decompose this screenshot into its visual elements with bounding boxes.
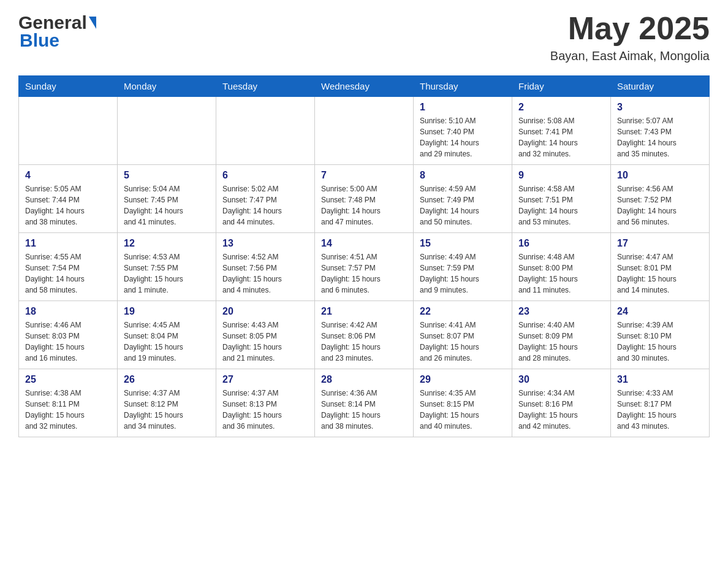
day-number: 17: [617, 238, 703, 249]
day-of-week-header: Saturday: [611, 76, 710, 97]
day-number: 16: [518, 238, 604, 249]
calendar-day-cell: 3Sunrise: 5:07 AM Sunset: 7:43 PM Daylig…: [611, 97, 710, 165]
day-number: 30: [518, 374, 604, 385]
day-of-week-header: Tuesday: [216, 76, 315, 97]
day-number: 21: [321, 306, 407, 317]
calendar-day-cell: [19, 97, 118, 165]
day-info: Sunrise: 4:58 AM Sunset: 7:51 PM Dayligh…: [518, 183, 604, 228]
day-number: 7: [321, 170, 407, 181]
calendar-day-cell: 19Sunrise: 4:45 AM Sunset: 8:04 PM Dayli…: [118, 301, 216, 369]
day-of-week-header: Monday: [118, 76, 216, 97]
day-number: 1: [420, 102, 506, 113]
calendar-day-cell: 28Sunrise: 4:36 AM Sunset: 8:14 PM Dayli…: [315, 369, 414, 437]
day-info: Sunrise: 4:41 AM Sunset: 8:07 PM Dayligh…: [420, 320, 506, 364]
day-of-week-header: Wednesday: [315, 76, 414, 97]
calendar-day-cell: 13Sunrise: 4:52 AM Sunset: 7:56 PM Dayli…: [216, 233, 315, 301]
day-info: Sunrise: 4:40 AM Sunset: 8:09 PM Dayligh…: [518, 320, 604, 364]
day-number: 13: [222, 238, 308, 249]
day-number: 9: [518, 170, 604, 181]
day-number: 18: [25, 306, 111, 317]
day-info: Sunrise: 4:56 AM Sunset: 7:52 PM Dayligh…: [617, 183, 703, 228]
day-info: Sunrise: 4:52 AM Sunset: 7:56 PM Dayligh…: [222, 251, 308, 296]
day-info: Sunrise: 4:59 AM Sunset: 7:49 PM Dayligh…: [420, 183, 506, 228]
logo: General Blue: [18, 12, 96, 51]
calendar-day-cell: 17Sunrise: 4:47 AM Sunset: 8:01 PM Dayli…: [611, 233, 710, 301]
calendar-day-cell: 12Sunrise: 4:53 AM Sunset: 7:55 PM Dayli…: [118, 233, 216, 301]
day-info: Sunrise: 4:33 AM Sunset: 8:17 PM Dayligh…: [617, 388, 703, 432]
calendar-day-cell: [216, 97, 315, 165]
day-of-week-header: Sunday: [19, 76, 118, 97]
calendar-day-cell: 22Sunrise: 4:41 AM Sunset: 8:07 PM Dayli…: [414, 301, 512, 369]
day-info: Sunrise: 5:02 AM Sunset: 7:47 PM Dayligh…: [222, 183, 308, 228]
title-block: May 2025 Bayan, East Aimak, Mongolia: [550, 12, 710, 63]
calendar-table: SundayMondayTuesdayWednesdayThursdayFrid…: [18, 75, 710, 437]
calendar-header-row: SundayMondayTuesdayWednesdayThursdayFrid…: [19, 76, 710, 97]
day-number: 14: [321, 238, 407, 249]
day-of-week-header: Friday: [512, 76, 611, 97]
month-year-title: May 2025: [550, 12, 710, 44]
day-number: 11: [25, 238, 111, 249]
calendar-day-cell: [118, 97, 216, 165]
day-info: Sunrise: 5:00 AM Sunset: 7:48 PM Dayligh…: [321, 183, 407, 228]
calendar-day-cell: 16Sunrise: 4:48 AM Sunset: 8:00 PM Dayli…: [512, 233, 611, 301]
calendar-day-cell: 29Sunrise: 4:35 AM Sunset: 8:15 PM Dayli…: [414, 369, 512, 437]
calendar-day-cell: 4Sunrise: 5:05 AM Sunset: 7:44 PM Daylig…: [19, 165, 118, 233]
day-of-week-header: Thursday: [414, 76, 512, 97]
day-info: Sunrise: 4:43 AM Sunset: 8:05 PM Dayligh…: [222, 320, 308, 364]
day-number: 3: [617, 102, 703, 113]
day-info: Sunrise: 4:51 AM Sunset: 7:57 PM Dayligh…: [321, 251, 407, 296]
day-number: 8: [420, 170, 506, 181]
calendar-day-cell: 14Sunrise: 4:51 AM Sunset: 7:57 PM Dayli…: [315, 233, 414, 301]
day-number: 27: [222, 374, 308, 385]
day-info: Sunrise: 4:53 AM Sunset: 7:55 PM Dayligh…: [124, 251, 210, 296]
day-info: Sunrise: 5:10 AM Sunset: 7:40 PM Dayligh…: [420, 115, 506, 159]
day-info: Sunrise: 5:08 AM Sunset: 7:41 PM Dayligh…: [518, 115, 604, 159]
day-info: Sunrise: 4:39 AM Sunset: 8:10 PM Dayligh…: [617, 320, 703, 364]
logo-arrow-icon: [89, 17, 96, 29]
day-number: 25: [25, 374, 111, 385]
calendar-day-cell: 24Sunrise: 4:39 AM Sunset: 8:10 PM Dayli…: [611, 301, 710, 369]
calendar-week-row: 11Sunrise: 4:55 AM Sunset: 7:54 PM Dayli…: [19, 233, 710, 301]
calendar-week-row: 18Sunrise: 4:46 AM Sunset: 8:03 PM Dayli…: [19, 301, 710, 369]
day-number: 6: [222, 170, 308, 181]
day-info: Sunrise: 4:37 AM Sunset: 8:12 PM Dayligh…: [124, 388, 210, 432]
calendar-day-cell: 1Sunrise: 5:10 AM Sunset: 7:40 PM Daylig…: [414, 97, 512, 165]
calendar-day-cell: 27Sunrise: 4:37 AM Sunset: 8:13 PM Dayli…: [216, 369, 315, 437]
calendar-day-cell: 6Sunrise: 5:02 AM Sunset: 7:47 PM Daylig…: [216, 165, 315, 233]
calendar-day-cell: 11Sunrise: 4:55 AM Sunset: 7:54 PM Dayli…: [19, 233, 118, 301]
day-info: Sunrise: 4:36 AM Sunset: 8:14 PM Dayligh…: [321, 388, 407, 432]
day-info: Sunrise: 4:47 AM Sunset: 8:01 PM Dayligh…: [617, 251, 703, 296]
calendar-day-cell: [315, 97, 414, 165]
day-number: 19: [124, 306, 210, 317]
day-number: 26: [124, 374, 210, 385]
day-info: Sunrise: 4:46 AM Sunset: 8:03 PM Dayligh…: [25, 320, 111, 364]
calendar-day-cell: 21Sunrise: 4:42 AM Sunset: 8:06 PM Dayli…: [315, 301, 414, 369]
day-info: Sunrise: 5:04 AM Sunset: 7:45 PM Dayligh…: [124, 183, 210, 228]
day-number: 29: [420, 374, 506, 385]
day-number: 5: [124, 170, 210, 181]
day-number: 24: [617, 306, 703, 317]
location-subtitle: Bayan, East Aimak, Mongolia: [550, 49, 710, 63]
calendar-week-row: 25Sunrise: 4:38 AM Sunset: 8:11 PM Dayli…: [19, 369, 710, 437]
day-number: 23: [518, 306, 604, 317]
day-info: Sunrise: 5:05 AM Sunset: 7:44 PM Dayligh…: [25, 183, 111, 228]
calendar-day-cell: 7Sunrise: 5:00 AM Sunset: 7:48 PM Daylig…: [315, 165, 414, 233]
calendar-day-cell: 26Sunrise: 4:37 AM Sunset: 8:12 PM Dayli…: [118, 369, 216, 437]
day-number: 28: [321, 374, 407, 385]
day-info: Sunrise: 4:34 AM Sunset: 8:16 PM Dayligh…: [518, 388, 604, 432]
calendar-day-cell: 18Sunrise: 4:46 AM Sunset: 8:03 PM Dayli…: [19, 301, 118, 369]
calendar-day-cell: 20Sunrise: 4:43 AM Sunset: 8:05 PM Dayli…: [216, 301, 315, 369]
day-number: 15: [420, 238, 506, 249]
day-number: 10: [617, 170, 703, 181]
day-number: 22: [420, 306, 506, 317]
calendar-day-cell: 25Sunrise: 4:38 AM Sunset: 8:11 PM Dayli…: [19, 369, 118, 437]
logo-blue-text: Blue: [18, 30, 59, 51]
calendar-week-row: 1Sunrise: 5:10 AM Sunset: 7:40 PM Daylig…: [19, 97, 710, 165]
calendar-day-cell: 23Sunrise: 4:40 AM Sunset: 8:09 PM Dayli…: [512, 301, 611, 369]
day-info: Sunrise: 4:45 AM Sunset: 8:04 PM Dayligh…: [124, 320, 210, 364]
day-number: 20: [222, 306, 308, 317]
day-info: Sunrise: 4:37 AM Sunset: 8:13 PM Dayligh…: [222, 388, 308, 432]
day-info: Sunrise: 4:48 AM Sunset: 8:00 PM Dayligh…: [518, 251, 604, 296]
day-info: Sunrise: 5:07 AM Sunset: 7:43 PM Dayligh…: [617, 115, 703, 159]
day-number: 12: [124, 238, 210, 249]
